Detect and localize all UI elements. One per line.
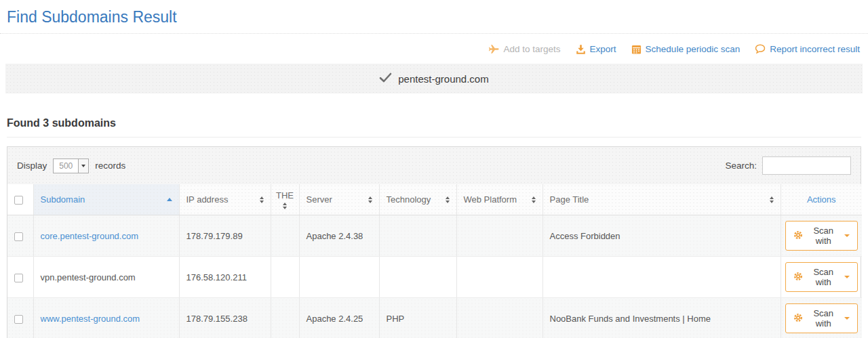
table-row: www.pentest-ground.com 178.79.155.238 Ap…: [7, 298, 862, 338]
column-label: Actions: [807, 194, 836, 205]
cell-subdomain: core.pentest-ground.com: [33, 215, 179, 257]
caret-down-icon: [844, 276, 850, 278]
table-header-row: Subdomain IP address THE Server Technolo…: [7, 184, 862, 215]
add-to-targets-label: Add to targets: [504, 44, 561, 54]
cell-subdomain: vpn.pentest-ground.com: [33, 257, 179, 298]
report-incorrect-result-button[interactable]: Report incorrect result: [755, 43, 860, 54]
check-icon: [379, 72, 392, 85]
cell-ip-address: 178.79.179.89: [179, 215, 271, 257]
column-header-server[interactable]: Server: [299, 184, 379, 215]
column-header-subdomain[interactable]: Subdomain: [33, 184, 179, 215]
gear-icon: [793, 313, 803, 324]
cell-web-platform: [456, 257, 542, 298]
sort-both-icon: [770, 196, 774, 203]
column-header-actions: Actions: [781, 184, 862, 215]
cell-web-platform: [456, 215, 542, 257]
scan-with-label: Scan with: [808, 267, 840, 287]
cell-actions: Scan with: [781, 298, 862, 338]
select-dropdown-arrow-icon: [78, 159, 88, 173]
subdomain-link[interactable]: core.pentest-ground.com: [41, 231, 139, 241]
subdomain-text: vpn.pentest-ground.com: [41, 272, 136, 282]
records-label: records: [95, 161, 125, 171]
column-label: Subdomain: [41, 194, 85, 205]
scan-with-button[interactable]: Scan with: [785, 262, 859, 292]
add-to-targets-button[interactable]: Add to targets: [488, 43, 561, 55]
column-label: THE: [276, 190, 294, 200]
report-incorrect-result-label: Report incorrect result: [770, 44, 860, 54]
cell-page-title: NooBank Funds and Investments | Home: [542, 298, 781, 338]
row-select-cell: [7, 215, 33, 257]
cell-page-title: [542, 257, 781, 298]
sort-asc-icon: [167, 198, 172, 201]
cell-technology: [379, 257, 456, 298]
column-header-the[interactable]: THE: [271, 184, 299, 215]
scan-with-button[interactable]: Scan with: [785, 221, 859, 251]
page-length-select[interactable]: 500: [53, 159, 89, 173]
schedule-periodic-scan-button[interactable]: Schedule periodic scan: [631, 44, 741, 54]
sort-both-icon: [532, 196, 536, 203]
sort-both-icon: [368, 196, 372, 203]
cell-server: Apache 2.4.38: [299, 215, 379, 257]
display-length-group: Display 500 records: [17, 159, 125, 173]
search-group: Search:: [725, 156, 851, 175]
scanned-target-banner: pentest-ground.com: [5, 64, 863, 93]
column-header-page-title[interactable]: Page Title: [542, 184, 781, 215]
page-title: Find Subdomains Result: [7, 5, 861, 33]
cell-ip-address: 176.58.120.211: [179, 257, 271, 298]
column-header-ip-address[interactable]: IP address: [179, 184, 271, 215]
subdomain-link[interactable]: www.pentest-ground.com: [41, 314, 140, 324]
scan-with-button[interactable]: Scan with: [785, 303, 859, 333]
cell-actions: Scan with: [781, 257, 862, 298]
cell-server: Apache 2.4.25: [299, 298, 379, 338]
scan-with-label: Scan with: [808, 226, 840, 246]
schedule-periodic-scan-label: Schedule periodic scan: [646, 44, 741, 54]
target-name: pentest-ground.com: [398, 73, 488, 85]
toolbar: Add to targets Export Schedu: [7, 34, 861, 57]
sort-both-icon: [283, 203, 287, 209]
results-panel: Display 500 records Search:: [7, 146, 861, 338]
subdomains-table: Subdomain IP address THE Server Technolo…: [7, 184, 862, 338]
cell-server: [299, 257, 379, 298]
cell-page-title: Access Forbidden: [542, 215, 781, 257]
column-header-web-platform[interactable]: Web Platform: [456, 184, 542, 215]
comment-icon: [755, 43, 766, 54]
cell-the: [271, 298, 299, 338]
cell-the: [271, 215, 299, 257]
display-label: Display: [17, 161, 47, 171]
row-select-cell: [7, 298, 33, 338]
column-label: Page Title: [550, 194, 589, 205]
export-label: Export: [590, 44, 616, 54]
table-row: core.pentest-ground.com 178.79.179.89 Ap…: [7, 215, 862, 257]
caret-down-icon: [844, 317, 850, 320]
caret-down-icon: [844, 234, 850, 237]
column-label: Server: [307, 194, 332, 205]
cell-technology: [379, 215, 456, 257]
row-checkbox[interactable]: [14, 232, 23, 241]
search-input[interactable]: [762, 156, 851, 175]
column-label: Technology: [387, 194, 431, 205]
export-button[interactable]: Export: [576, 44, 616, 54]
sort-both-icon: [446, 196, 450, 203]
row-checkbox[interactable]: [14, 315, 23, 324]
cell-subdomain: www.pentest-ground.com: [33, 298, 179, 338]
column-label: IP address: [186, 194, 229, 205]
select-all-header-cell: [7, 184, 33, 215]
row-select-cell: [7, 257, 33, 298]
search-label: Search:: [725, 161, 757, 171]
plane-icon: [488, 43, 500, 55]
row-checkbox[interactable]: [14, 274, 23, 282]
calendar-icon: [631, 44, 642, 54]
column-header-technology[interactable]: Technology: [379, 184, 456, 215]
results-heading: Found 3 subdomains: [7, 117, 861, 138]
select-all-checkbox[interactable]: [14, 196, 23, 205]
table-row: vpn.pentest-ground.com 176.58.120.211 Sc…: [7, 257, 862, 298]
sort-both-icon: [260, 196, 264, 203]
cell-technology: PHP: [379, 298, 456, 338]
cell-the: [271, 257, 299, 298]
page: Find Subdomains Result Add to targets Ex…: [0, 0, 868, 338]
scan-with-label: Scan with: [808, 308, 840, 329]
cell-ip-address: 178.79.155.238: [179, 298, 271, 338]
page-length-value: 500: [54, 159, 78, 173]
cell-actions: Scan with: [781, 215, 862, 257]
column-label: Web Platform: [464, 194, 517, 205]
